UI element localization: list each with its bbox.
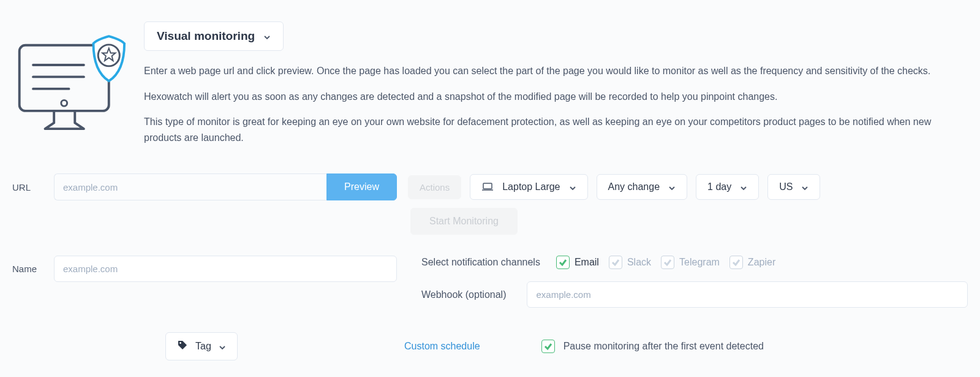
webhook-input[interactable] — [527, 281, 968, 308]
pause-label: Pause monitoring after the first event d… — [564, 341, 764, 352]
webhook-label: Webhook (optional) — [421, 289, 506, 300]
chevron-down-icon — [569, 183, 576, 191]
svg-point-4 — [61, 100, 67, 106]
preview-button[interactable]: Preview — [326, 173, 397, 200]
monitor-description: Enter a web page url and click preview. … — [144, 63, 968, 145]
tag-dropdown[interactable]: Tag — [165, 332, 238, 360]
region-label: US — [779, 181, 793, 192]
name-label: Name — [12, 264, 43, 274]
tag-label: Tag — [195, 341, 211, 352]
sensitivity-label: Any change — [608, 181, 660, 192]
email-checkbox[interactable] — [556, 256, 570, 269]
start-monitoring-button: Start Monitoring — [410, 208, 518, 235]
telegram-label: Telegram — [679, 257, 720, 268]
device-label: Laptop Large — [502, 181, 560, 192]
slack-checkbox[interactable] — [609, 256, 622, 269]
email-label: Email — [575, 257, 599, 268]
name-input[interactable] — [54, 256, 397, 282]
frequency-label: 1 day — [707, 181, 731, 192]
pause-checkbox[interactable] — [541, 340, 555, 353]
monitor-type-dropdown[interactable]: Visual monitoring — [144, 21, 284, 51]
zapier-label: Zapier — [748, 257, 775, 268]
chevron-down-icon — [219, 343, 226, 350]
url-label: URL — [12, 182, 43, 192]
svg-rect-6 — [483, 183, 492, 189]
region-select[interactable]: US — [767, 174, 820, 200]
notification-channels-label: Select notification channels — [421, 257, 540, 268]
actions-button: Actions — [408, 175, 461, 199]
zapier-checkbox[interactable] — [729, 256, 743, 269]
url-input[interactable] — [54, 173, 326, 200]
chevron-down-icon — [263, 32, 271, 40]
monitor-illustration — [12, 18, 126, 132]
custom-schedule-link[interactable]: Custom schedule — [404, 341, 480, 352]
sensitivity-select[interactable]: Any change — [597, 174, 688, 200]
laptop-icon — [481, 182, 494, 192]
chevron-down-icon — [668, 183, 676, 191]
slack-label: Slack — [627, 257, 651, 268]
telegram-checkbox[interactable] — [661, 256, 674, 269]
svg-point-7 — [179, 342, 181, 344]
frequency-select[interactable]: 1 day — [696, 174, 759, 200]
device-select[interactable]: Laptop Large — [470, 174, 587, 200]
chevron-down-icon — [801, 183, 809, 191]
chevron-down-icon — [740, 183, 747, 191]
monitor-type-label: Visual monitoring — [157, 29, 255, 43]
tag-icon — [177, 340, 188, 353]
